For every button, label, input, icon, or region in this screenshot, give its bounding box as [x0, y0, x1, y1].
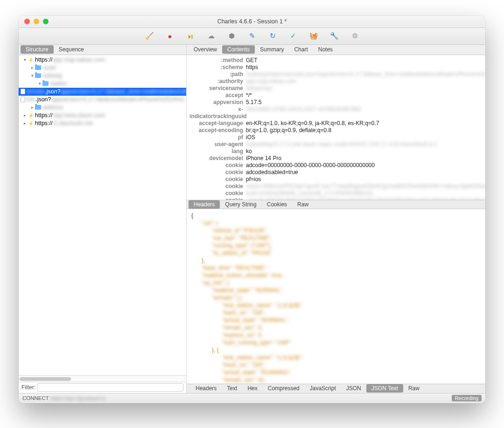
tree-row[interactable]: ▸address: [19, 104, 186, 112]
view-tab-javascript[interactable]: JavaScript: [305, 384, 341, 393]
part-tab-headers[interactable]: Headers: [189, 200, 220, 209]
tree-row[interactable]: ▸⚡https://tiapi.kera.daum.com: [19, 112, 186, 119]
recording-badge[interactable]: Recording: [452, 395, 482, 401]
header-row: :methodGET: [189, 57, 485, 64]
tree-row[interactable]: ▸route: [19, 64, 186, 72]
header-key: appversion: [189, 99, 243, 106]
request-tree[interactable]: ▾⚡https://app map kakao com▸route▾subway…: [19, 55, 186, 375]
view-tab-raw[interactable]: Raw: [403, 384, 425, 393]
json-line: "track_no": "100",: [191, 309, 485, 316]
disclosure-icon[interactable]: ▸: [30, 105, 35, 110]
part-tab-query-string[interactable]: Query String: [220, 200, 261, 209]
wrench-icon[interactable]: 🔧: [330, 32, 338, 40]
disclosure-icon[interactable]: ▸: [30, 65, 35, 70]
part-tab-cookies[interactable]: Cookies: [262, 200, 292, 209]
tree-hscroll[interactable]: [19, 375, 186, 382]
detail-tab-notes[interactable]: Notes: [313, 45, 338, 54]
view-tab-hex[interactable]: Hex: [242, 384, 262, 393]
detail-tab-chart[interactable]: Chart: [289, 45, 313, 54]
tree-label: .json?: [45, 88, 60, 95]
folder-icon: [35, 64, 42, 71]
json-line: },: [191, 257, 485, 264]
tree-label: https://: [35, 120, 53, 126]
filter-input[interactable]: [37, 383, 183, 392]
tree-label-blur: app map kakao com: [53, 56, 105, 63]
tree-row[interactable]: ▸⚡https://t1.daumcdn.net: [19, 119, 186, 127]
header-row: accept-languageen-KR;q=1.0, ko-KR;q=0.9,…: [189, 120, 485, 127]
header-value: iPhone 14 Pro: [246, 155, 281, 162]
header-value: br;q=1.0, gzip;q=0.9, deflate;q=0.8: [246, 127, 331, 134]
tree-row[interactable]: info.json?appversion=5.17.5&deviceModel=…: [19, 96, 186, 104]
statusbar: CONNECT https://api-cfg.kakaoi.io Record…: [19, 393, 485, 403]
header-value: https: [246, 64, 258, 71]
lock-icon: ⚡: [27, 56, 34, 63]
header-value: */*: [246, 92, 252, 99]
tree-row[interactable]: arrivals.json?appversion=5.17.5&base_tim…: [19, 88, 186, 96]
folder-icon: [35, 72, 42, 79]
broom-icon[interactable]: 🧹: [146, 32, 153, 40]
tree-label-blur: appversion=5.17.5&deviceModel=iPhone%201…: [51, 96, 186, 103]
detail-tab-contents[interactable]: Contents: [222, 45, 255, 54]
detail-tab-summary[interactable]: Summary: [255, 45, 289, 54]
disclosure-icon[interactable]: ▾: [22, 57, 27, 62]
header-value: iOS: [246, 134, 255, 141]
header-value: KakaoMap/5.17.5 (net.daum.maps; build:43…: [246, 141, 437, 148]
request-part-tabs: HeadersQuery StringCookiesRaw: [187, 200, 485, 209]
status-method: CONNECT: [22, 395, 49, 401]
response-body-pane[interactable]: {"car": {"vehicle_id":"P30108","car_bas"…: [187, 209, 485, 384]
header-key: user-agent: [189, 141, 243, 148]
headers-pane[interactable]: :methodGET:schemehttps:path/subway/stati…: [187, 55, 485, 200]
header-value: kakaomap: [246, 85, 272, 92]
tree-row[interactable]: ▾⚡https://app map kakao com: [19, 56, 186, 64]
disclosure-icon[interactable]: ▾: [30, 73, 35, 78]
disclosure-icon[interactable]: ▸: [22, 121, 27, 126]
pencil-icon[interactable]: ✎: [248, 32, 256, 40]
json-line: }, {: [191, 346, 485, 354]
header-key: cookie: [189, 183, 243, 190]
app-window: Charles 4.6.6 - Session 1 * 🧹●⏯☁⬢✎↻✓🧺🔧⚙ …: [19, 16, 485, 403]
header-key: pf: [189, 134, 243, 141]
disclosure-icon[interactable]: ▾: [37, 81, 42, 86]
filter-label: Filter:: [21, 384, 35, 391]
header-row: servicenamekakaomap: [189, 85, 485, 92]
header-key: servicename: [189, 85, 243, 92]
view-tab-json[interactable]: JSON: [341, 384, 366, 393]
header-value: GET: [246, 57, 258, 64]
check-icon[interactable]: ✓: [289, 32, 297, 40]
header-value: adcode=00000000-0000-0000-0000-000000000…: [246, 162, 375, 169]
header-key: accept-language: [189, 120, 243, 127]
stop-icon[interactable]: ⬢: [228, 32, 235, 40]
json-line: "arrivals": [ {: [191, 294, 485, 302]
tree-row[interactable]: ▾subway: [19, 72, 186, 80]
header-key: :method: [189, 57, 243, 64]
tree-label: .json?: [35, 96, 51, 103]
view-tab-text[interactable]: Text: [222, 384, 242, 393]
tree-label-blur: route: [42, 64, 56, 71]
record-icon[interactable]: ●: [166, 32, 174, 40]
cloud-icon[interactable]: ☁: [207, 32, 215, 40]
tree-label: https://: [35, 56, 53, 63]
gear-icon[interactable]: ⚙: [351, 32, 358, 40]
left-tab-sequence[interactable]: Sequence: [54, 45, 89, 54]
titlebar: Charles 4.6.6 - Session 1 *: [19, 16, 485, 28]
tree-row[interactable]: ▾station: [19, 80, 186, 88]
bag-icon[interactable]: 🧺: [310, 32, 317, 40]
header-key: lang: [189, 148, 243, 155]
header-key: :authority: [189, 78, 243, 85]
request-detail-tabs: OverviewContentsSummaryChartNotes: [187, 45, 485, 55]
disclosure-icon[interactable]: ▸: [22, 113, 27, 118]
left-tab-structure[interactable]: Structure: [21, 45, 54, 54]
refresh-icon[interactable]: ↻: [269, 32, 276, 40]
header-row: accept-encodingbr;q=1.0, gzip;q=0.9, def…: [189, 127, 485, 134]
header-row: x-indicatortrackinguuid00020063-1F8D-43C…: [189, 106, 485, 120]
header-value: app.map.kakao.com: [246, 78, 296, 85]
part-tab-raw[interactable]: Raw: [292, 200, 314, 209]
view-tab-headers[interactable]: Headers: [190, 384, 222, 393]
view-tab-json-text[interactable]: JSON Text: [366, 384, 403, 393]
pause-icon[interactable]: ⏯: [187, 32, 194, 40]
json-line: "remain_sec": 0,: [191, 324, 485, 331]
view-tab-compressed[interactable]: Compressed: [263, 384, 305, 393]
detail-tab-overview[interactable]: Overview: [189, 45, 222, 54]
header-row: devicemodeliPhone 14 Pro: [189, 155, 485, 162]
lock-icon: ⚡: [27, 120, 34, 126]
